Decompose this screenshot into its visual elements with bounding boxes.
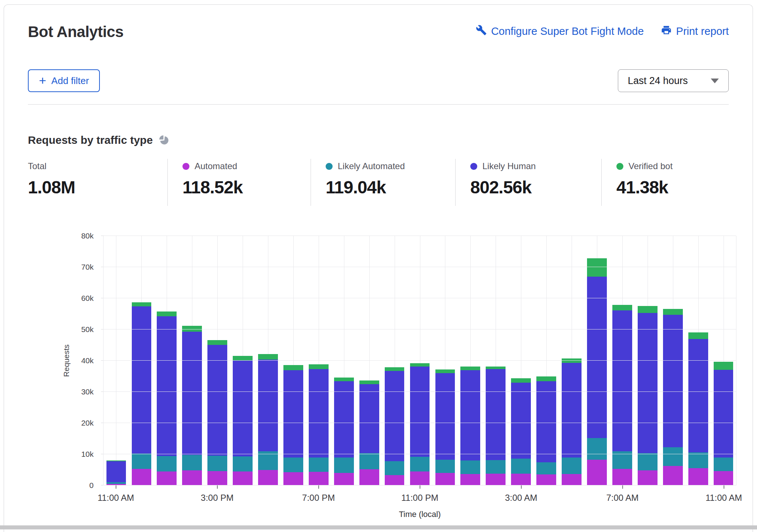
bar-segment-verified-bot[interactable]: [283, 365, 303, 370]
bar-segment-verified-bot[interactable]: [688, 332, 708, 339]
bar-8-00-pm[interactable]: [334, 236, 354, 485]
bar-segment-likely-human[interactable]: [638, 313, 658, 453]
bar-segment-likely-human[interactable]: [587, 277, 607, 438]
bar-segment-automated[interactable]: [536, 474, 556, 485]
bar-9-00-am[interactable]: [663, 236, 683, 485]
bar-segment-likely-human[interactable]: [207, 345, 227, 456]
bar-segment-likely-automated[interactable]: [536, 462, 556, 474]
bar-4-00-am[interactable]: [536, 236, 556, 485]
bar-segment-verified-bot[interactable]: [511, 378, 531, 383]
bar-10-00-pm[interactable]: [385, 236, 405, 485]
bar-segment-automated[interactable]: [688, 468, 708, 485]
bar-7-00-am[interactable]: [612, 236, 632, 485]
bar-segment-likely-human[interactable]: [562, 363, 582, 458]
bar-segment-likely-human[interactable]: [688, 339, 708, 452]
bar-segment-likely-automated[interactable]: [587, 438, 607, 460]
bar-segment-automated[interactable]: [587, 460, 607, 485]
bar-5-00-am[interactable]: [562, 236, 582, 485]
bar-segment-verified-bot[interactable]: [334, 378, 354, 381]
bar-segment-likely-human[interactable]: [385, 371, 405, 461]
bar-segment-verified-bot[interactable]: [486, 367, 506, 369]
bar-segment-verified-bot[interactable]: [132, 302, 152, 306]
bar-segment-likely-automated[interactable]: [714, 458, 734, 471]
bar-segment-automated[interactable]: [511, 474, 531, 485]
bar-segment-likely-automated[interactable]: [233, 456, 253, 471]
bar-segment-verified-bot[interactable]: [460, 367, 480, 370]
bar-segment-automated[interactable]: [562, 474, 582, 485]
add-filter-button[interactable]: + Add filter: [28, 69, 100, 92]
bar-segment-likely-automated[interactable]: [309, 458, 329, 472]
bar-segment-likely-human[interactable]: [612, 310, 632, 451]
bar-segment-automated[interactable]: [460, 474, 480, 485]
bar-segment-likely-automated[interactable]: [410, 457, 430, 471]
bar-segment-likely-human[interactable]: [435, 373, 455, 460]
bar-2-00-pm[interactable]: [182, 236, 202, 485]
bar-segment-likely-human[interactable]: [714, 370, 734, 458]
bar-segment-likely-human[interactable]: [536, 381, 556, 462]
bar-segment-automated[interactable]: [334, 473, 354, 485]
bar-4-00-pm[interactable]: [233, 236, 253, 485]
bar-segment-likely-human[interactable]: [410, 367, 430, 457]
bar-segment-verified-bot[interactable]: [309, 364, 329, 369]
bar-segment-automated[interactable]: [638, 470, 658, 485]
bar-segment-verified-bot[interactable]: [714, 362, 734, 369]
bar-segment-verified-bot[interactable]: [536, 376, 556, 381]
bar-1-00-am[interactable]: [460, 236, 480, 485]
bar-segment-verified-bot[interactable]: [562, 358, 582, 363]
bar-segment-likely-human[interactable]: [460, 370, 480, 460]
bar-segment-automated[interactable]: [258, 470, 278, 485]
bar-segment-automated[interactable]: [233, 471, 253, 485]
bar-3-00-pm[interactable]: [207, 236, 227, 485]
bar-11-00-pm[interactable]: [410, 236, 430, 485]
bar-segment-likely-automated[interactable]: [435, 460, 455, 473]
bar-segment-likely-human[interactable]: [233, 361, 253, 456]
bar-segment-automated[interactable]: [359, 469, 379, 485]
bar-segment-verified-bot[interactable]: [258, 354, 278, 359]
bar-segment-verified-bot[interactable]: [182, 326, 202, 332]
bar-segment-automated[interactable]: [283, 472, 303, 485]
bar-segment-likely-human[interactable]: [132, 306, 152, 453]
bar-segment-likely-automated[interactable]: [283, 458, 303, 472]
bar-10-00-am[interactable]: [688, 236, 708, 485]
bar-segment-likely-automated[interactable]: [562, 458, 582, 474]
bar-3-00-am[interactable]: [511, 236, 531, 485]
bar-segment-likely-automated[interactable]: [334, 458, 354, 473]
bar-segment-likely-automated[interactable]: [359, 453, 379, 469]
bar-segment-likely-human[interactable]: [511, 383, 531, 459]
bar-5-00-pm[interactable]: [258, 236, 278, 485]
bar-1-00-pm[interactable]: [157, 236, 177, 485]
bar-segment-verified-bot[interactable]: [359, 380, 379, 384]
bar-segment-likely-automated[interactable]: [258, 451, 278, 470]
bar-segment-automated[interactable]: [157, 471, 177, 485]
bar-segment-automated[interactable]: [435, 473, 455, 485]
bar-segment-likely-human[interactable]: [309, 369, 329, 458]
bar-segment-automated[interactable]: [486, 474, 506, 485]
bar-segment-verified-bot[interactable]: [207, 340, 227, 345]
bar-segment-likely-automated[interactable]: [638, 453, 658, 470]
bar-segment-likely-automated[interactable]: [663, 447, 683, 466]
bar-segment-verified-bot[interactable]: [663, 309, 683, 315]
bar-segment-automated[interactable]: [309, 472, 329, 485]
bar-segment-automated[interactable]: [714, 471, 734, 485]
bar-2-00-am[interactable]: [486, 236, 506, 485]
bar-segment-likely-automated[interactable]: [182, 455, 202, 471]
bar-11-00-am[interactable]: [106, 236, 126, 485]
configure-super-bot-fight-mode-link[interactable]: Configure Super Bot Fight Mode: [476, 25, 644, 38]
bar-6-00-am[interactable]: [587, 236, 607, 485]
bar-segment-verified-bot[interactable]: [587, 258, 607, 276]
bar-segment-likely-automated[interactable]: [207, 456, 227, 471]
bar-segment-likely-human[interactable]: [663, 315, 683, 447]
bar-8-00-am[interactable]: [638, 236, 658, 485]
bar-segment-likely-human[interactable]: [258, 360, 278, 452]
bar-segment-automated[interactable]: [385, 475, 405, 485]
print-report-link[interactable]: Print report: [661, 25, 729, 38]
bar-segment-likely-automated[interactable]: [132, 453, 152, 469]
bar-7-00-pm[interactable]: [309, 236, 329, 485]
bar-segment-likely-human[interactable]: [486, 369, 506, 460]
bar-segment-verified-bot[interactable]: [638, 306, 658, 313]
bar-segment-likely-human[interactable]: [334, 381, 354, 458]
bar-segment-likely-automated[interactable]: [460, 460, 480, 474]
bar-11-00-am[interactable]: [714, 236, 734, 485]
bar-segment-verified-bot[interactable]: [435, 369, 455, 373]
bar-12-00-pm[interactable]: [132, 236, 152, 485]
